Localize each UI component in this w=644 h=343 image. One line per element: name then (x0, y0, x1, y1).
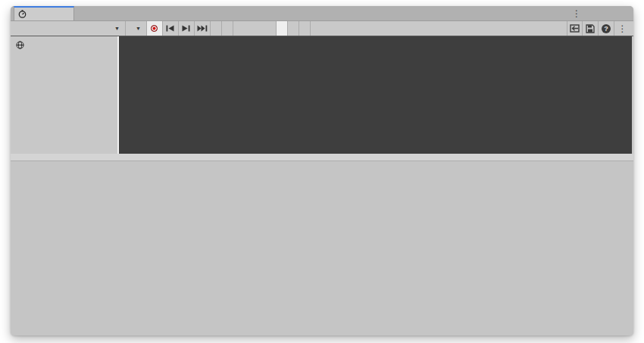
module-header[interactable] (11, 39, 117, 51)
gi-chart[interactable] (117, 36, 632, 154)
toolbar-spacer (311, 21, 567, 36)
title-bar: ⋮ (11, 6, 633, 21)
record-icon (151, 25, 158, 32)
profiler-gauge-icon (18, 10, 27, 18)
load-profile-icon (570, 24, 580, 33)
clear-on-play-button[interactable] (276, 21, 288, 36)
playmode-dropdown[interactable]: ▼ (126, 21, 147, 36)
globe-icon (16, 41, 24, 49)
stacked-area-chart (117, 36, 632, 154)
clear-button[interactable] (222, 21, 233, 36)
window-dot-yellow[interactable] (603, 9, 613, 19)
selected-frame-line[interactable] (117, 36, 119, 154)
profiler-modules-dropdown[interactable]: ▼ (11, 21, 126, 36)
profiler-window: ⋮ ▼ ▼ (11, 6, 633, 335)
window-dot-green[interactable] (587, 9, 597, 19)
panel-divider (11, 154, 633, 161)
call-stacks-button[interactable] (299, 21, 311, 36)
frame-counter (211, 21, 222, 36)
chevron-down-icon: ▼ (114, 26, 120, 31)
next-frame-button[interactable] (179, 21, 195, 36)
module-sidebar (11, 36, 117, 154)
chevron-down-icon: ▼ (136, 26, 141, 31)
help-icon: ? (602, 24, 611, 33)
window-menu-kebab-icon[interactable]: ⋮ (572, 9, 581, 18)
previous-frame-button[interactable] (163, 21, 179, 36)
stats-panel (11, 162, 633, 335)
profiler-toolbar: ▼ ▼ (11, 21, 633, 36)
toolbar-gap (233, 21, 276, 36)
help-button[interactable]: ? (599, 21, 614, 36)
module-row (11, 36, 633, 154)
tab-profiler[interactable] (14, 6, 74, 20)
toolbar-menu-button[interactable]: ⋮ (614, 21, 630, 36)
load-profile-button[interactable] (567, 21, 583, 36)
window-dot-red[interactable] (619, 9, 629, 19)
deep-profile-button[interactable] (288, 21, 299, 36)
record-button[interactable] (147, 21, 163, 36)
current-frame-button[interactable] (195, 21, 211, 36)
menu-kebab-icon: ⋮ (618, 23, 627, 34)
save-profile-button[interactable] (583, 21, 599, 36)
save-icon (586, 24, 595, 33)
